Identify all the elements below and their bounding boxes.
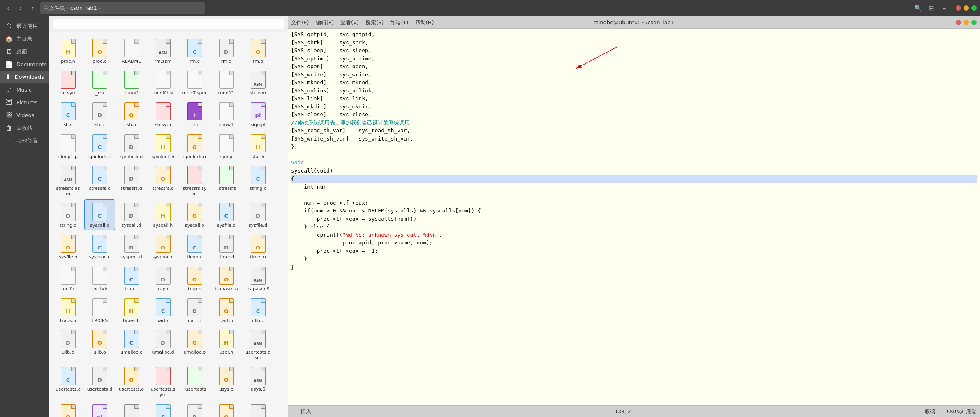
file-item[interactable]: O ulib.o — [84, 326, 115, 362]
file-item[interactable]: C spinlock.c — [84, 131, 115, 161]
file-item[interactable]: rm.sym — [53, 67, 83, 98]
sidebar-item-home[interactable]: 🏠 主目录 — [0, 32, 49, 45]
file-item[interactable]: O vectors.o — [53, 401, 83, 417]
menu-terminal[interactable]: 终端(T) — [390, 19, 408, 26]
file-item[interactable]: D stressfs.d — [116, 162, 147, 198]
file-item[interactable]: O proc.o — [84, 35, 115, 66]
term-win-close[interactable] — [956, 20, 961, 25]
menu-file[interactable]: 文件(F) — [291, 19, 309, 26]
file-item[interactable]: H syscall.h — [148, 199, 178, 230]
file-item[interactable]: spinp — [211, 131, 242, 161]
file-item[interactable]: H user.h — [211, 326, 242, 362]
sidebar-item-other[interactable]: + 其他位置 — [0, 134, 49, 147]
search-input[interactable] — [53, 19, 284, 29]
file-item[interactable]: C trap.c — [116, 263, 147, 294]
file-item[interactable]: H stat.h — [243, 131, 273, 161]
nav-forward-button[interactable]: › — [16, 3, 25, 13]
file-item[interactable]: D string.d — [53, 199, 83, 230]
file-item[interactable]: _usertests — [179, 363, 210, 399]
file-item[interactable]: usertests.sym — [148, 363, 178, 399]
file-item[interactable]: toc.hdr — [84, 263, 115, 294]
file-item[interactable]: O usertests.o — [116, 363, 147, 399]
file-item[interactable]: O umalloc.o — [179, 326, 210, 362]
file-item[interactable]: ASM usys.S — [243, 363, 273, 399]
menu-help[interactable]: 帮助(H) — [415, 19, 434, 26]
file-item[interactable]: C sysproc.c — [84, 231, 115, 262]
win-maximize[interactable] — [971, 5, 977, 11]
file-item[interactable]: O sh.o — [116, 99, 147, 129]
file-item[interactable]: O trapasm.o — [211, 263, 242, 294]
win-close[interactable] — [956, 5, 961, 11]
file-item[interactable]: H types.h — [116, 295, 147, 325]
file-item[interactable]: O spinlock.o — [179, 131, 210, 161]
file-item[interactable]: C vm.c — [148, 401, 178, 417]
file-item[interactable]: pl sign.pl — [243, 99, 273, 129]
sidebar-item-downloads[interactable]: ⬇ Downloads — [0, 71, 49, 83]
file-item[interactable]: H traps.h — [53, 295, 83, 325]
file-item[interactable]: _stressfs — [211, 162, 242, 198]
file-item[interactable]: C umalloc.c — [116, 326, 147, 362]
sidebar-item-music[interactable]: ♪ Music — [0, 83, 49, 96]
file-item[interactable]: O sysfile.o — [53, 231, 83, 262]
file-item[interactable]: ASM vectors.S — [116, 401, 147, 417]
menu-icon[interactable]: ≡ — [939, 3, 949, 13]
file-item[interactable]: runoff.list — [148, 67, 178, 98]
file-item[interactable]: D umalloc.d — [148, 326, 178, 362]
breadcrumb-folder[interactable]: csdn_lab1 — [70, 5, 97, 11]
file-item[interactable]: ASM wc.asm — [243, 401, 273, 417]
file-item[interactable]: O vm.o — [211, 401, 242, 417]
file-item[interactable]: toc.ftr — [53, 263, 83, 294]
file-item[interactable]: _rm — [84, 67, 115, 98]
file-item[interactable]: runoff.spec — [179, 67, 210, 98]
file-item[interactable]: D syscall.d — [116, 199, 147, 230]
file-item[interactable]: C string.c — [243, 162, 273, 198]
file-item[interactable]: O timer.o — [243, 231, 273, 262]
file-item[interactable]: D uart.d — [179, 295, 210, 325]
menu-view[interactable]: 查看(V) — [340, 19, 359, 26]
file-item[interactable]: C sysfile.c — [211, 199, 242, 230]
file-item[interactable]: runoff1 — [211, 67, 242, 98]
terminal-body[interactable]: [SYS_getpid] sys_getpid,[SYS_sbrk] sys_s… — [288, 29, 980, 405]
file-item[interactable]: ASM usertests.asm — [243, 326, 273, 362]
sidebar-item-pictures[interactable]: 🖼 Pictures — [0, 96, 49, 109]
file-item[interactable]: C sh.c — [53, 99, 83, 129]
file-item[interactable]: O sysproc.o — [148, 231, 178, 262]
menu-edit[interactable]: 编辑(E) — [316, 19, 334, 26]
file-item[interactable]: O syscall.o — [179, 199, 210, 230]
file-item[interactable]: O usys.o — [211, 363, 242, 399]
file-item[interactable]: H spinlock.h — [148, 131, 178, 161]
file-item[interactable]: D timer.d — [211, 231, 242, 262]
win-minimize[interactable] — [964, 5, 969, 11]
file-item[interactable]: O uart.o — [211, 295, 242, 325]
file-item[interactable]: O rm.o — [243, 35, 273, 66]
file-item[interactable]: D sh.d — [84, 99, 115, 129]
menu-search[interactable]: 搜索(S) — [365, 19, 384, 26]
sidebar-item-documents[interactable]: 📄 Documents — [0, 58, 49, 71]
file-item[interactable]: ✦ _sh — [179, 99, 210, 129]
file-item[interactable]: show1 — [211, 99, 242, 129]
file-item[interactable]: H proc.h — [53, 35, 83, 66]
file-item[interactable]: C rm.c — [179, 35, 210, 66]
nav-up-button[interactable]: ↑ — [28, 3, 38, 13]
search-icon[interactable]: 🔍 — [913, 3, 923, 13]
file-item[interactable]: TRICKS — [84, 295, 115, 325]
file-item[interactable]: stressfs.sym — [179, 162, 210, 198]
file-item[interactable]: sh.sym — [148, 99, 178, 129]
file-item[interactable]: D vm.d — [179, 401, 210, 417]
file-item[interactable]: D usertests.d — [84, 363, 115, 399]
file-item[interactable]: O trap.o — [179, 263, 210, 294]
file-item[interactable]: C uart.c — [148, 295, 178, 325]
file-item[interactable]: C syscall.c — [84, 199, 115, 230]
file-item[interactable]: C ulib.c — [243, 295, 273, 325]
term-win-minimize[interactable] — [964, 20, 969, 25]
file-item[interactable]: ASM rm.asm — [148, 35, 178, 66]
file-item[interactable]: C stressfs.c — [84, 162, 115, 198]
file-item[interactable]: D sysproc.d — [116, 231, 147, 262]
file-item[interactable]: D rm.d — [211, 35, 242, 66]
nav-back-button[interactable]: ‹ — [3, 3, 13, 13]
file-item[interactable]: runoff — [116, 67, 147, 98]
file-item[interactable]: sleep1.p — [53, 131, 83, 161]
file-item[interactable]: pl vectors.pl — [84, 401, 115, 417]
file-item[interactable]: D spinlock.d — [116, 131, 147, 161]
sidebar-item-videos[interactable]: 🎬 Videos — [0, 109, 49, 122]
